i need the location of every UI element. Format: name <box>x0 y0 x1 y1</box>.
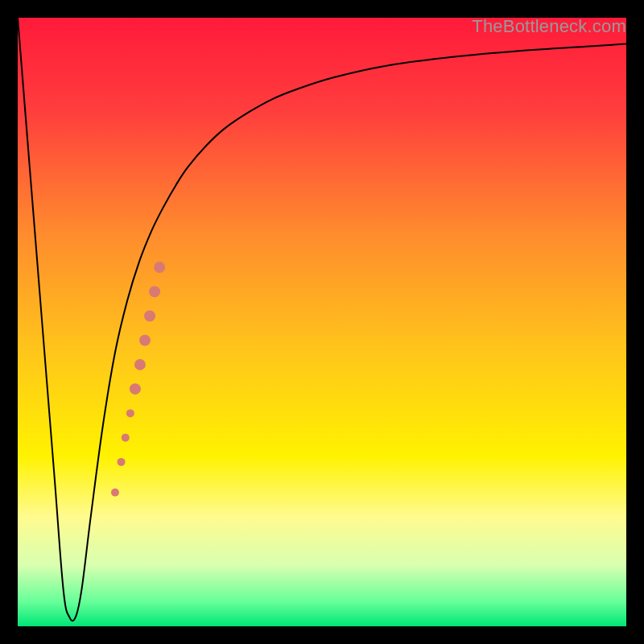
marker-point <box>130 383 141 394</box>
marker-point <box>149 286 160 297</box>
marker-point <box>134 359 146 370</box>
marker-point <box>139 335 151 346</box>
gradient-background <box>18 18 626 626</box>
chart-container: TheBottleneck.com <box>0 0 644 644</box>
marker-point <box>144 310 155 321</box>
marker-point <box>122 434 130 442</box>
marker-point <box>111 489 119 497</box>
plot-area <box>18 18 626 626</box>
marker-point <box>118 458 126 466</box>
marker-point <box>126 409 134 417</box>
marker-point <box>154 262 165 273</box>
chart-svg <box>18 18 626 626</box>
watermark-text: TheBottleneck.com <box>472 16 626 37</box>
